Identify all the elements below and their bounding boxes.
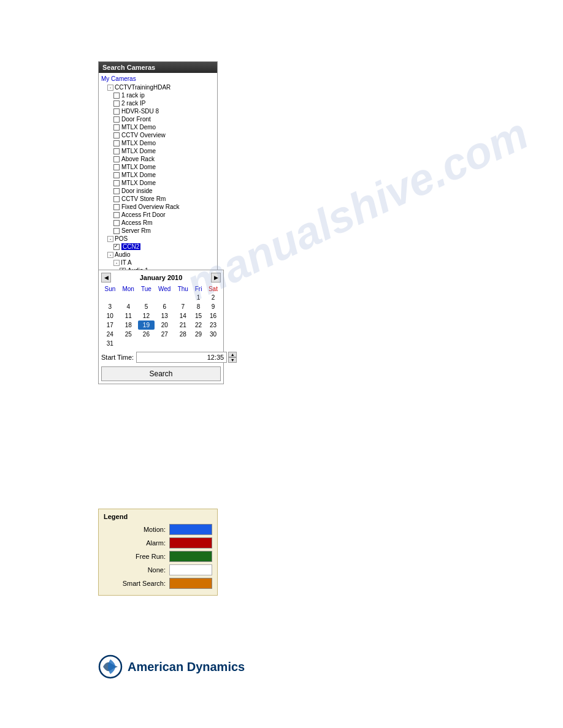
cal-day-cell[interactable]: 8 [191, 302, 205, 311]
cal-day-cell[interactable]: 10 [101, 311, 119, 320]
tree-item[interactable]: 2 rack IP [101, 99, 215, 107]
cal-day-cell[interactable]: 27 [155, 330, 174, 339]
tree-item[interactable]: MTLX Dome [101, 163, 215, 171]
tree-checkbox[interactable] [113, 228, 120, 234]
cal-day-cell[interactable]: 28 [174, 330, 191, 339]
tree-checkbox[interactable] [113, 204, 120, 210]
legend-panel: Legend Motion:Alarm:Free Run:None:Smart … [98, 509, 218, 596]
logo-icon [98, 654, 123, 679]
tree-item[interactable]: -IT A [101, 259, 215, 267]
tree-container: -CCTVTrainingHDAR1 rack ip2 rack IPHDVR-… [101, 83, 215, 298]
cal-day-cell[interactable]: 29 [191, 330, 205, 339]
tree-checkbox[interactable] [113, 100, 120, 107]
tree-item[interactable]: MTLX Dome [101, 179, 215, 187]
cal-day-cell[interactable]: 14 [174, 311, 191, 320]
tree-item-label: MTLX Dome [121, 148, 156, 154]
tree-item[interactable]: -CCTVTrainingHDAR [101, 83, 215, 91]
cal-day-cell[interactable]: 12 [138, 311, 155, 320]
tree-checkbox[interactable] [113, 172, 120, 178]
tree-item[interactable]: Access Rm [101, 219, 215, 227]
cal-day-cell[interactable]: 3 [101, 302, 119, 311]
tree-item[interactable]: MTLX Demo [101, 139, 215, 147]
cal-day-cell[interactable]: 21 [174, 320, 191, 330]
tree-item[interactable]: Door Front [101, 115, 215, 123]
search-button[interactable]: Search [101, 366, 221, 381]
time-up-button[interactable]: ▲ [228, 352, 237, 357]
cal-day-cell[interactable]: 30 [205, 330, 221, 339]
legend-item-label: None: [117, 566, 166, 574]
tree-item[interactable]: 1 rack ip [101, 91, 215, 99]
tree-checkbox[interactable] [113, 212, 120, 218]
time-down-button[interactable]: ▼ [228, 357, 237, 363]
cal-day-cell[interactable]: 16 [205, 311, 221, 320]
tree-item[interactable]: CCN2 [101, 243, 215, 251]
search-cameras-panel: Search Cameras My Cameras -CCTVTrainingH… [98, 61, 218, 300]
cal-day-cell[interactable]: 31 [101, 339, 119, 348]
tree-expand-icon[interactable]: - [107, 236, 113, 242]
cal-day-cell[interactable]: 15 [191, 311, 205, 320]
tree-item[interactable]: MTLX Dome [101, 171, 215, 179]
tree-checkbox[interactable] [113, 124, 120, 131]
cal-day-cell[interactable]: 5 [138, 302, 155, 311]
tree-item[interactable]: CCTV Overview [101, 131, 215, 139]
cal-day-cell[interactable]: 25 [119, 330, 138, 339]
prev-month-button[interactable]: ◀ [101, 273, 111, 282]
cal-day-cell[interactable]: 7 [174, 302, 191, 311]
logo-area: American Dynamics [98, 654, 245, 679]
tree-checkbox[interactable] [113, 196, 120, 202]
cal-day-cell[interactable]: 9 [205, 302, 221, 311]
start-time-input[interactable] [136, 352, 227, 363]
next-month-button[interactable]: ▶ [211, 273, 221, 282]
tree-checkbox[interactable] [113, 180, 120, 186]
tree-expand-icon[interactable]: - [113, 260, 120, 266]
tree-item[interactable]: Fixed Overview Rack [101, 203, 215, 211]
tree-checkbox[interactable] [113, 148, 120, 154]
tree-item[interactable]: -Audio [101, 251, 215, 259]
tree-item[interactable]: Above Rack [101, 155, 215, 163]
tree-item[interactable]: HDVR-SDU 8 [101, 107, 215, 115]
cal-day-cell[interactable]: 17 [101, 320, 119, 330]
legend-item-label: Smart Search: [117, 580, 166, 587]
calendar-grid: SunMonTueWedThuFriSat 123456789101112131… [101, 285, 221, 348]
tree-checkbox[interactable] [113, 108, 120, 115]
tree-checkbox[interactable] [113, 93, 120, 99]
cal-day-cell[interactable]: 20 [155, 320, 174, 330]
tree-checkbox[interactable] [113, 220, 120, 226]
tree-item[interactable]: Server Rm [101, 227, 215, 235]
tree-checkbox[interactable] [113, 132, 120, 138]
tree-checkbox[interactable] [113, 244, 120, 250]
tree-item-label: CCTV Store Rm [121, 195, 166, 202]
cal-day-cell [119, 339, 138, 348]
cal-day-cell[interactable]: 22 [191, 320, 205, 330]
tree-item[interactable]: Access Frt Door [101, 211, 215, 219]
tree-expand-icon[interactable]: - [107, 85, 113, 91]
tree-checkbox[interactable] [113, 140, 120, 146]
cal-day-cell[interactable]: 4 [119, 302, 138, 311]
tree-item[interactable]: CCTV Store Rm [101, 195, 215, 203]
tree-expand-icon[interactable]: - [107, 252, 113, 258]
tree-item[interactable]: Door inside [101, 187, 215, 195]
tree-checkbox[interactable] [113, 156, 120, 162]
tree-item[interactable]: MTLX Demo [101, 123, 215, 131]
cal-day-cell[interactable]: 1 [191, 293, 205, 302]
cal-day-cell[interactable]: 18 [119, 320, 138, 330]
cal-week-row: 31 [101, 339, 221, 348]
cal-day-cell[interactable]: 13 [155, 311, 174, 320]
legend-color-swatch [169, 578, 212, 589]
tree-checkbox[interactable] [113, 164, 120, 170]
cal-day-cell[interactable]: 26 [138, 330, 155, 339]
cal-day-cell[interactable]: 19 [138, 320, 155, 330]
tree-item-label: CCN2 [121, 243, 140, 250]
tree-checkbox[interactable] [113, 116, 120, 123]
legend-color-swatch [169, 537, 212, 548]
tree-item[interactable]: -POS [101, 235, 215, 243]
tree-checkbox[interactable] [113, 188, 120, 194]
cal-day-cell[interactable]: 11 [119, 311, 138, 320]
panel-content: My Cameras -CCTVTrainingHDAR1 rack ip2 r… [99, 73, 217, 300]
cal-day-cell[interactable]: 2 [205, 293, 221, 302]
cal-day-cell[interactable]: 24 [101, 330, 119, 339]
cal-day-cell[interactable]: 23 [205, 320, 221, 330]
cal-day-cell[interactable]: 6 [155, 302, 174, 311]
tree-item[interactable]: MTLX Dome [101, 147, 215, 155]
tree-item-label: Above Rack [121, 156, 155, 162]
